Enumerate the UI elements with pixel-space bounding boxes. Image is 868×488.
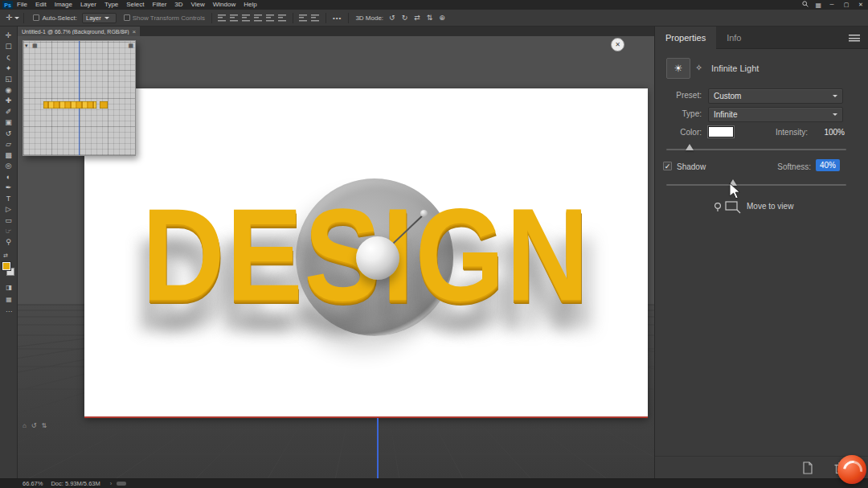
align-top-icon[interactable] <box>254 14 263 22</box>
quick-mask-icon[interactable]: ◨ <box>0 284 18 291</box>
marquee-tool-icon[interactable]: ☐ <box>0 42 17 53</box>
document-size-info: Doc: 5.93M/5.63M <box>51 480 100 487</box>
pen-tool-icon[interactable]: ✒ <box>0 182 17 194</box>
light-handle-knob[interactable] <box>420 210 428 217</box>
light-widget-sphere[interactable] <box>356 236 399 280</box>
menu-help[interactable]: Help <box>240 0 260 10</box>
zoom-level[interactable]: 66.67% <box>23 480 43 487</box>
menu-edit[interactable]: Edit <box>31 0 51 10</box>
restore-button[interactable]: ▢ <box>839 0 854 10</box>
workspace-switcher-icon[interactable]: ▦ <box>812 2 825 9</box>
eraser-tool-icon[interactable]: ▱ <box>0 139 17 150</box>
more-tools-icon[interactable]: ⋯ <box>0 308 18 315</box>
tools-panel: ✛ ☐ ς ✦ ◱ ◉ <box>0 27 18 478</box>
distribute-h-icon[interactable] <box>299 14 308 22</box>
light-type-dropdown[interactable]: Infinite <box>708 107 843 122</box>
swap-view-icon[interactable]: ⇅ <box>42 422 47 429</box>
orbit-view-icon[interactable]: ↺ <box>31 422 37 429</box>
tab-properties[interactable]: Properties <box>655 27 716 49</box>
roll-3d-camera-icon[interactable]: ↻ <box>399 14 411 22</box>
align-center-h-icon[interactable] <box>230 14 239 22</box>
move-to-view-label[interactable]: Move to view <box>747 202 793 211</box>
document-canvas[interactable]: DESIGN <box>84 88 648 418</box>
tab-info[interactable]: Info <box>716 27 751 49</box>
light-color-swatch[interactable] <box>708 126 734 137</box>
history-brush-tool-icon[interactable]: ↺ <box>0 129 17 140</box>
tool-glyph: ◎ <box>6 162 12 170</box>
shadow-checkbox[interactable]: ✓ <box>663 162 672 170</box>
overlay-close-button[interactable]: ✕ <box>611 38 624 51</box>
move-tool-icon[interactable]: ✛ <box>0 31 17 42</box>
menu-view[interactable]: View <box>187 0 209 10</box>
move-tool-preset-icon[interactable]: ✛ <box>6 14 12 22</box>
secondary-view-panel[interactable]: ▾ ▦ ▦ <box>23 40 136 156</box>
new-light-icon[interactable] <box>801 461 814 474</box>
type-tool-icon[interactable]: T <box>0 194 17 205</box>
softness-value[interactable]: 40% <box>816 159 840 171</box>
menu-layer[interactable]: Layer <box>76 0 100 10</box>
home-view-icon[interactable]: ⌂ <box>23 422 27 429</box>
menu-type[interactable]: Type <box>100 0 122 10</box>
brush-tool-icon[interactable]: ✐ <box>0 107 17 118</box>
swap-colors-icon[interactable]: ⇄ <box>3 252 8 259</box>
secondary-view-mode-icon[interactable]: ▦ <box>32 43 38 48</box>
auto-select-target-dropdown[interactable]: Layer <box>82 13 117 23</box>
show-transform-checkbox[interactable] <box>124 14 130 21</box>
secondary-view-swap-icon[interactable]: ▦ <box>128 43 133 48</box>
crop-tool-icon[interactable]: ◱ <box>0 74 17 85</box>
menu-filter[interactable]: Filter <box>149 0 171 10</box>
menu-file[interactable]: File <box>13 0 31 10</box>
dodge-tool-icon[interactable]: ◐ <box>0 172 17 183</box>
menu-3d[interactable]: 3D <box>170 0 186 10</box>
quick-selection-tool-icon[interactable]: ✦ <box>0 64 17 75</box>
infinite-light-icon[interactable]: ☀ <box>666 58 690 79</box>
menu-image[interactable]: Image <box>51 0 76 10</box>
preset-dropdown[interactable]: Custom <box>708 88 843 104</box>
auto-select-checkbox[interactable] <box>33 14 39 21</box>
intensity-value[interactable]: 100% <box>814 128 845 137</box>
align-middle-icon[interactable] <box>266 14 275 22</box>
pan-3d-camera-icon[interactable]: ⇄ <box>411 14 424 22</box>
foreground-color-swatch[interactable] <box>2 262 10 270</box>
hand-tool-icon[interactable]: ☞ <box>0 226 17 237</box>
search-icon[interactable] <box>799 1 812 9</box>
zoom-3d-camera-icon[interactable]: ⊕ <box>436 14 448 22</box>
status-chevron-icon[interactable]: › <box>110 480 113 487</box>
divider <box>211 13 212 23</box>
blur-tool-icon[interactable]: ◎ <box>0 161 17 172</box>
clone-stamp-tool-icon[interactable]: ▣ <box>0 117 17 129</box>
secondary-view-collapse-icon[interactable]: ▾ <box>25 43 28 48</box>
lasso-tool-icon[interactable]: ς <box>0 52 17 64</box>
tool-preset-caret-icon[interactable] <box>14 17 19 19</box>
screen-mode-icon[interactable]: ▦ <box>0 296 18 303</box>
align-right-icon[interactable] <box>242 14 251 22</box>
eyedropper-tool-icon[interactable]: ◉ <box>0 85 17 96</box>
shape-tool-icon[interactable]: ▭ <box>0 215 17 227</box>
slide-3d-camera-icon[interactable]: ⇅ <box>424 14 436 22</box>
more-options-icon[interactable]: ••• <box>333 14 342 22</box>
softness-slider-track[interactable] <box>666 184 846 186</box>
minimize-button[interactable]: ─ <box>825 0 839 10</box>
view-axis-widget: ⌂↺⇅ <box>23 422 47 429</box>
distribute-v-icon[interactable] <box>311 14 320 22</box>
intensity-slider-thumb[interactable] <box>686 144 694 150</box>
menu-select[interactable]: Select <box>122 0 148 10</box>
menu-window[interactable]: Window <box>209 0 240 10</box>
photoshop-window: Ps FileEditImageLayerTypeSelectFilter3DV… <box>0 0 868 488</box>
zoom-tool-icon[interactable]: ⚲ <box>0 237 17 248</box>
tool-glyph: ↺ <box>6 130 12 137</box>
orbit-3d-camera-icon[interactable]: ↺ <box>386 14 399 22</box>
align-left-icon[interactable] <box>218 14 227 22</box>
status-scrollbar-thumb[interactable] <box>117 482 126 486</box>
dropdown-caret-icon <box>833 95 837 97</box>
panel-menu-icon[interactable] <box>849 35 860 42</box>
document-tab[interactable]: Untitled-1 @ 66.7% (Background, RGB/8#) … <box>18 27 140 36</box>
path-selection-tool-icon[interactable]: ▷ <box>0 204 17 215</box>
align-bottom-icon[interactable] <box>278 14 287 22</box>
tab-close-icon[interactable]: × <box>133 28 137 35</box>
color-label: Color: <box>661 128 702 137</box>
gradient-tool-icon[interactable]: ▩ <box>0 150 17 162</box>
close-button[interactable]: ✕ <box>854 0 868 10</box>
healing-brush-tool-icon[interactable]: ✚ <box>0 96 17 107</box>
vertical-guide-line <box>377 418 379 478</box>
